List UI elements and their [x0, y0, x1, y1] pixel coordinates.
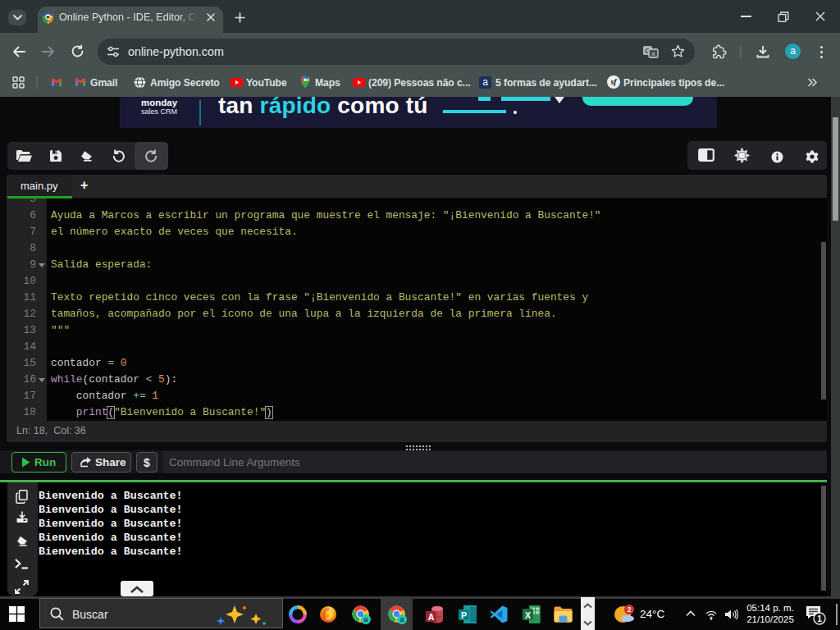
svg-text:2: 2 [628, 605, 632, 614]
svg-text:X: X [525, 610, 531, 620]
svg-text:1: 1 [817, 614, 822, 623]
svg-text:A: A [428, 612, 435, 622]
svg-text:x: x [652, 50, 655, 57]
svg-text:P: P [461, 610, 467, 620]
